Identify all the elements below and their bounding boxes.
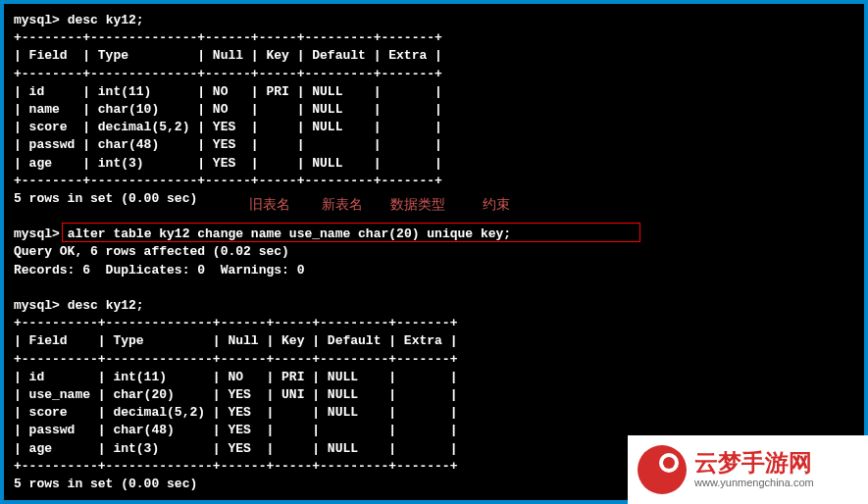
logo-icon xyxy=(638,445,687,494)
table1-divider-top: +--------+--------------+------+-----+--… xyxy=(14,30,442,45)
result-1: 5 rows in set (0.00 sec) xyxy=(14,191,197,206)
watermark-title: 云梦手游网 xyxy=(694,451,814,475)
table1-row-3: | passwd | char(48) | YES | | | | xyxy=(14,137,442,152)
table2-row-0: | id | int(11) | NO | PRI | NULL | | xyxy=(14,370,457,384)
result-3: 5 rows in set (0.00 sec) xyxy=(14,477,197,491)
table2-row-2: | score | decimal(5,2) | YES | | NULL | … xyxy=(14,405,457,420)
table1-row-0: | id | int(11) | NO | PRI | NULL | | xyxy=(14,84,442,99)
table2-divider-mid: +----------+--------------+------+-----+… xyxy=(14,352,457,367)
table1-divider-mid: +--------+--------------+------+-----+--… xyxy=(14,67,442,81)
prompt: mysql> xyxy=(14,13,60,27)
table2-row-4: | age | int(3) | YES | | NULL | | xyxy=(14,441,457,456)
table1-header: | Field | Type | Null | Key | Default | … xyxy=(14,48,442,63)
prompt: mysql> xyxy=(14,227,60,241)
table1-row-1: | name | char(10) | NO | | NULL | | xyxy=(14,102,442,117)
command-2: alter table ky12 change name use_name ch… xyxy=(68,227,511,241)
table2-header: | Field | Type | Null | Key | Default | … xyxy=(14,333,457,348)
result-2a: Query OK, 6 rows affected (0.02 sec) xyxy=(14,244,289,259)
command-3: desc ky12; xyxy=(68,298,144,313)
watermark: 云梦手游网 www.yunmengchina.com xyxy=(628,435,868,504)
prompt: mysql> xyxy=(14,298,60,313)
mysql-terminal[interactable]: mysql> desc ky12; +--------+------------… xyxy=(0,0,868,504)
annotation-new-name: 新表名 xyxy=(322,196,363,214)
table2-divider-top: +----------+--------------+------+-----+… xyxy=(14,316,457,330)
table1-row-4: | age | int(3) | YES | | NULL | | xyxy=(14,156,442,171)
table1-divider-bot: +--------+--------------+------+-----+--… xyxy=(14,174,442,188)
annotation-datatype: 数据类型 xyxy=(390,196,445,214)
table2-row-3: | passwd | char(48) | YES | | | | xyxy=(14,423,457,437)
table2-row-1: | use_name | char(20) | YES | UNI | NULL… xyxy=(14,387,457,402)
command-1: desc ky12; xyxy=(68,13,144,27)
table2-divider-bot: +----------+--------------+------+-----+… xyxy=(14,459,457,474)
annotation-constraint: 约束 xyxy=(483,196,510,214)
annotation-old-name: 旧表名 xyxy=(249,196,290,214)
watermark-url: www.yunmengchina.com xyxy=(694,477,814,488)
table1-row-2: | score | decimal(5,2) | YES | | NULL | … xyxy=(14,120,442,134)
result-2b: Records: 6 Duplicates: 0 Warnings: 0 xyxy=(14,263,304,277)
